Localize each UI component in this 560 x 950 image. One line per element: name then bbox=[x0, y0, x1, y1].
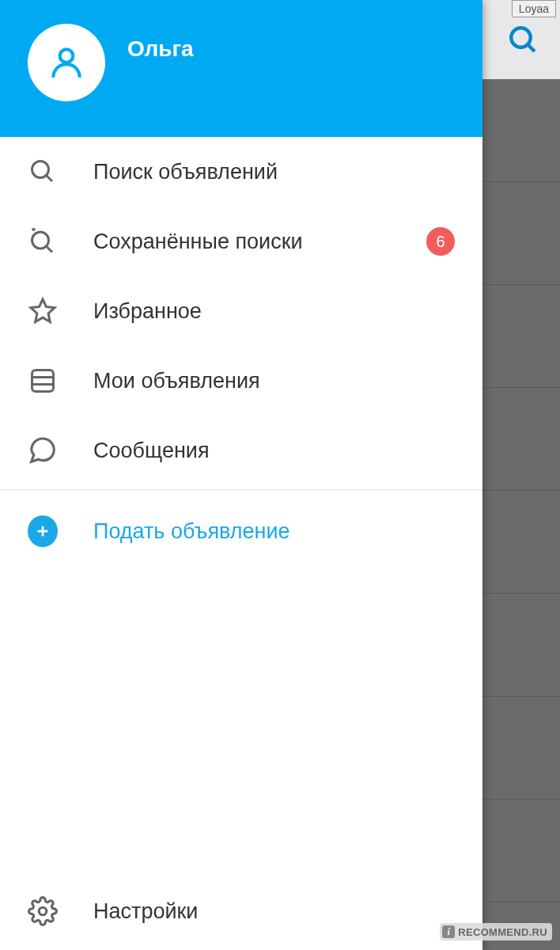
menu-label: Подать объявление bbox=[93, 519, 455, 544]
watermark-text: RECOMMEND.RU bbox=[458, 926, 547, 938]
browser-tag: Loyaa bbox=[512, 0, 556, 17]
search-icon bbox=[28, 157, 58, 187]
menu-list: Поиск объявлений Сохранённые поиски 6 Из… bbox=[0, 137, 482, 950]
saved-search-icon bbox=[28, 226, 58, 256]
menu-item-search-ads[interactable]: Поиск объявлений bbox=[0, 137, 482, 207]
watermark: i RECOMMEND.RU bbox=[440, 923, 552, 940]
menu-label: Настройки bbox=[93, 899, 455, 924]
sidebar-drawer: Ольга Поиск объявлений Сохранённые поиск… bbox=[0, 0, 482, 950]
menu-label: Избранное bbox=[93, 299, 455, 324]
background-row bbox=[482, 594, 560, 697]
svg-point-0 bbox=[511, 28, 531, 48]
star-icon bbox=[28, 296, 58, 326]
svg-point-12 bbox=[39, 907, 47, 915]
svg-rect-7 bbox=[32, 370, 54, 392]
avatar[interactable] bbox=[28, 24, 105, 101]
background-row bbox=[482, 388, 560, 491]
svg-line-6 bbox=[47, 246, 53, 253]
gear-icon bbox=[28, 896, 58, 926]
menu-label: Сообщения bbox=[93, 439, 455, 463]
profile-header[interactable]: Ольга bbox=[0, 0, 482, 137]
background-row bbox=[482, 285, 560, 388]
person-icon bbox=[47, 43, 86, 82]
menu-item-saved-searches[interactable]: Сохранённые поиски 6 bbox=[0, 207, 482, 276]
menu-label: Поиск объявлений bbox=[93, 160, 455, 184]
menu-label: Сохранённые поиски bbox=[93, 230, 391, 254]
background-row bbox=[482, 79, 560, 182]
svg-line-1 bbox=[528, 44, 535, 51]
svg-point-3 bbox=[32, 162, 49, 178]
background-row bbox=[482, 697, 560, 800]
menu-item-my-ads[interactable]: Мои объявления bbox=[0, 346, 482, 416]
background-search-icon[interactable] bbox=[507, 24, 540, 60]
menu-item-post-ad[interactable]: Подать объявление bbox=[0, 494, 482, 568]
saved-searches-badge: 6 bbox=[426, 227, 455, 256]
svg-line-4 bbox=[47, 176, 53, 182]
svg-point-5 bbox=[32, 232, 49, 249]
menu-label: Мои объявления bbox=[93, 369, 455, 393]
profile-name: Ольга bbox=[127, 36, 194, 62]
divider bbox=[0, 489, 482, 490]
list-icon bbox=[28, 366, 58, 396]
plus-circle-icon bbox=[28, 516, 58, 546]
spacer bbox=[0, 568, 482, 876]
background-list bbox=[482, 79, 560, 950]
background-row bbox=[482, 800, 560, 902]
background-row bbox=[482, 491, 560, 594]
watermark-icon: i bbox=[442, 925, 455, 938]
background-row bbox=[482, 182, 560, 285]
svg-point-2 bbox=[60, 49, 74, 63]
menu-item-messages[interactable]: Сообщения bbox=[0, 416, 482, 485]
menu-item-favorites[interactable]: Избранное bbox=[0, 276, 482, 346]
chat-icon bbox=[28, 435, 58, 466]
menu-item-settings[interactable]: Настройки bbox=[0, 876, 482, 950]
